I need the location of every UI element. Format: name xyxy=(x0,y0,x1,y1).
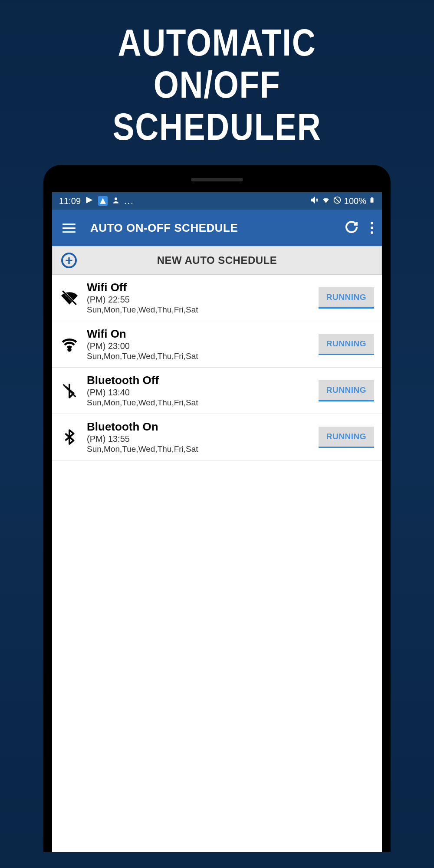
battery-icon xyxy=(369,196,375,207)
schedule-days: Sun,Mon,Tue,Wed,Thu,Fri,Sat xyxy=(87,444,319,454)
phone-screen: 11:09 ... xyxy=(52,192,382,852)
schedule-time: (PM) 22:55 xyxy=(87,295,319,305)
status-bar: 11:09 ... xyxy=(52,192,382,210)
promo-line-2: ON/OFF xyxy=(40,64,394,106)
schedule-title: Wifi On xyxy=(87,327,319,341)
network-signal-icon xyxy=(98,196,108,206)
schedule-content: Wifi On (PM) 23:00 Sun,Mon,Tue,Wed,Thu,F… xyxy=(87,327,319,361)
bluetooth-on-icon xyxy=(60,429,79,445)
phone-frame: 11:09 ... xyxy=(43,165,391,852)
schedule-item[interactable]: Wifi Off (PM) 22:55 Sun,Mon,Tue,Wed,Thu,… xyxy=(52,275,382,321)
schedule-item[interactable]: Bluetooth Off (PM) 13:40 Sun,Mon,Tue,Wed… xyxy=(52,368,382,414)
promo-line-3: SCHEDULER xyxy=(40,106,394,148)
schedule-content: Bluetooth Off (PM) 13:40 Sun,Mon,Tue,Wed… xyxy=(87,374,319,408)
more-options-button[interactable] xyxy=(371,222,373,234)
schedule-time: (PM) 23:00 xyxy=(87,341,319,351)
play-store-icon xyxy=(85,196,94,207)
battery-percent: 100% xyxy=(344,196,366,206)
new-schedule-label: NEW AUTO SCHEDULE xyxy=(61,254,373,266)
running-badge[interactable]: RUNNING xyxy=(319,427,374,448)
schedule-title: Wifi Off xyxy=(87,281,319,294)
phone-speaker xyxy=(191,178,243,181)
running-badge[interactable]: RUNNING xyxy=(319,334,374,355)
bluetooth-off-icon xyxy=(60,382,79,399)
user-icon xyxy=(112,196,120,206)
schedule-content: Bluetooth On (PM) 13:55 Sun,Mon,Tue,Wed,… xyxy=(87,420,319,454)
schedule-days: Sun,Mon,Tue,Wed,Thu,Fri,Sat xyxy=(87,352,319,361)
schedule-time: (PM) 13:55 xyxy=(87,434,319,444)
status-overflow: ... xyxy=(124,196,134,206)
schedule-time: (PM) 13:40 xyxy=(87,388,319,398)
svg-point-4 xyxy=(69,349,71,351)
wifi-status-icon xyxy=(322,196,330,207)
running-badge[interactable]: RUNNING xyxy=(319,287,374,309)
promo-line-1: AUTOMATIC xyxy=(40,22,394,64)
svg-point-0 xyxy=(115,197,117,200)
app-bar: AUTO ON-OFF SCHEDULE xyxy=(52,210,382,246)
wifi-on-icon xyxy=(60,336,79,352)
status-right: 100% xyxy=(310,196,375,207)
no-signal-icon xyxy=(333,196,342,207)
wifi-off-icon xyxy=(60,289,79,306)
new-schedule-button[interactable]: + NEW AUTO SCHEDULE xyxy=(52,246,382,275)
schedule-title: Bluetooth Off xyxy=(87,374,319,387)
status-left: 11:09 ... xyxy=(59,196,134,207)
status-time: 11:09 xyxy=(59,196,81,206)
schedule-title: Bluetooth On xyxy=(87,420,319,434)
schedule-content: Wifi Off (PM) 22:55 Sun,Mon,Tue,Wed,Thu,… xyxy=(87,281,319,315)
schedule-item[interactable]: Bluetooth On (PM) 13:55 Sun,Mon,Tue,Wed,… xyxy=(52,414,382,460)
schedule-days: Sun,Mon,Tue,Wed,Thu,Fri,Sat xyxy=(87,305,319,315)
schedule-list: Wifi Off (PM) 22:55 Sun,Mon,Tue,Wed,Thu,… xyxy=(52,275,382,460)
running-badge[interactable]: RUNNING xyxy=(319,380,374,401)
svg-rect-3 xyxy=(371,197,373,198)
menu-button[interactable] xyxy=(61,222,77,234)
schedule-item[interactable]: Wifi On (PM) 23:00 Sun,Mon,Tue,Wed,Thu,F… xyxy=(52,321,382,368)
refresh-button[interactable] xyxy=(341,217,362,239)
mute-icon xyxy=(310,196,319,207)
app-bar-title: AUTO ON-OFF SCHEDULE xyxy=(90,221,341,235)
svg-rect-2 xyxy=(371,198,374,203)
schedule-days: Sun,Mon,Tue,Wed,Thu,Fri,Sat xyxy=(87,398,319,408)
promo-title: AUTOMATIC ON/OFF SCHEDULER xyxy=(33,0,401,165)
